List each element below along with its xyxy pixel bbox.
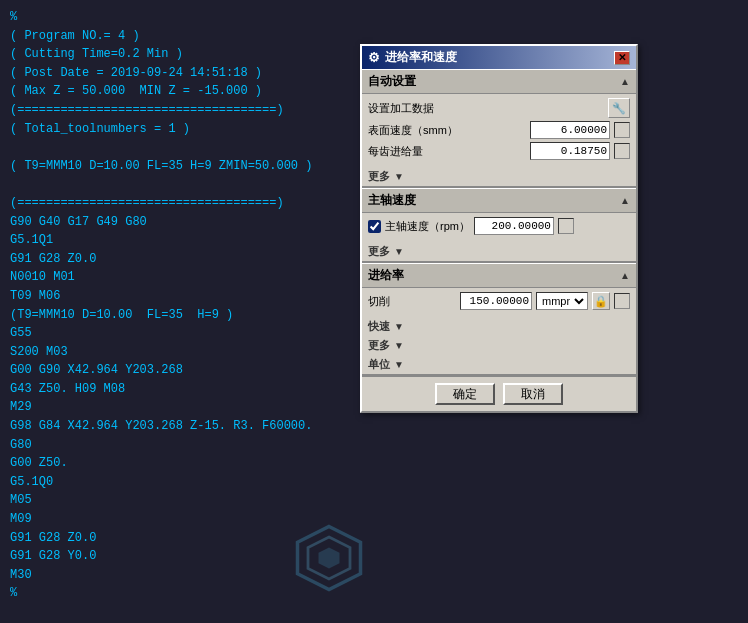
gear-icon: ⚙ xyxy=(368,50,380,65)
spindle-speed-row: 主轴速度（rpm） xyxy=(368,217,630,235)
spindle-speed-input[interactable] xyxy=(474,217,554,235)
unit-chevron: ▼ xyxy=(394,359,404,370)
fast-label: 快速 xyxy=(368,319,390,334)
auto-settings-content: 设置加工数据 🔧 表面速度（smm） 每齿进给量 xyxy=(362,94,636,167)
spindle-checkbox-row: 主轴速度（rpm） xyxy=(368,219,470,234)
dialog-body: 自动设置 ▲ 设置加工数据 🔧 表面速度（smm） 每齿进给量 更多 ▼ xyxy=(362,69,636,411)
auto-settings-header[interactable]: 自动设置 ▲ xyxy=(362,69,636,94)
cutting-lock-button[interactable]: 🔒 xyxy=(592,292,610,310)
confirm-button[interactable]: 确定 xyxy=(435,383,495,405)
spindle-speed-more-chevron: ▼ xyxy=(394,246,404,257)
machining-data-row: 设置加工数据 🔧 xyxy=(368,98,630,118)
spindle-speed-more-row[interactable]: 更多 ▼ xyxy=(362,242,636,261)
fast-chevron: ▼ xyxy=(394,321,404,332)
feed-rate-header[interactable]: 进给率 ▲ xyxy=(362,263,636,288)
feed-rate-dialog: ⚙ 进给率和速度 ✕ 自动设置 ▲ 设置加工数据 🔧 表面速度（smm） 每齿进… xyxy=(360,44,638,413)
auto-settings-more-row[interactable]: 更多 ▼ xyxy=(362,167,636,186)
surface-speed-checkbox[interactable] xyxy=(614,122,630,138)
fast-row[interactable]: 快速 ▼ xyxy=(362,317,636,336)
surface-speed-label: 表面速度（smm） xyxy=(368,123,526,138)
titlebar-left: ⚙ 进给率和速度 xyxy=(368,49,457,66)
auto-settings-more-chevron: ▼ xyxy=(394,171,404,182)
feed-per-step-label: 每齿进给量 xyxy=(368,144,526,159)
auto-settings-label: 自动设置 xyxy=(368,73,416,90)
feed-rate-chevron: ▲ xyxy=(620,270,630,281)
auto-settings-more-label: 更多 xyxy=(368,169,390,184)
cancel-button[interactable]: 取消 xyxy=(503,383,563,405)
cutting-checkbox[interactable] xyxy=(614,293,630,309)
wand-button[interactable]: 🔧 xyxy=(608,98,630,118)
feed-per-step-input[interactable] xyxy=(530,142,610,160)
cutting-value-input[interactable] xyxy=(460,292,532,310)
auto-settings-chevron: ▲ xyxy=(620,76,630,87)
feed-rate-label: 进给率 xyxy=(368,267,404,284)
spindle-speed-content: 主轴速度（rpm） xyxy=(362,213,636,242)
spindle-speed-label: 主轴速度 xyxy=(368,192,416,209)
unit-label: 单位 xyxy=(368,357,390,372)
feed-rate-content: 切削 mmpm mmpr css rpm 🔒 xyxy=(362,288,636,317)
spindle-speed-chevron: ▲ xyxy=(620,195,630,206)
cutting-row: 切削 mmpm mmpr css rpm 🔒 xyxy=(368,292,630,310)
app-logo xyxy=(294,523,364,593)
feed-rate-more-chevron: ▼ xyxy=(394,340,404,351)
spindle-speed-checkbox[interactable] xyxy=(368,220,381,233)
spindle-speed-lock[interactable] xyxy=(558,218,574,234)
spindle-speed-header[interactable]: 主轴速度 ▲ xyxy=(362,188,636,213)
dialog-title: 进给率和速度 xyxy=(385,49,457,66)
machining-data-label: 设置加工数据 xyxy=(368,101,604,116)
feed-rate-more-label: 更多 xyxy=(368,338,390,353)
dialog-footer: 确定 取消 xyxy=(362,376,636,411)
spindle-speed-more-label: 更多 xyxy=(368,244,390,259)
feed-per-step-row: 每齿进给量 xyxy=(368,142,630,160)
cutting-label: 切削 xyxy=(368,294,456,309)
surface-speed-input[interactable] xyxy=(530,121,610,139)
dialog-titlebar: ⚙ 进给率和速度 ✕ xyxy=(362,46,636,69)
feed-rate-more-row[interactable]: 更多 ▼ xyxy=(362,336,636,355)
unit-select[interactable]: mmpm mmpr css rpm xyxy=(536,292,588,310)
svg-marker-2 xyxy=(319,548,340,569)
unit-row[interactable]: 单位 ▼ xyxy=(362,355,636,374)
dialog-close-button[interactable]: ✕ xyxy=(614,51,630,65)
surface-speed-row: 表面速度（smm） xyxy=(368,121,630,139)
feed-per-step-checkbox[interactable] xyxy=(614,143,630,159)
spindle-speed-checkbox-label: 主轴速度（rpm） xyxy=(385,219,470,234)
